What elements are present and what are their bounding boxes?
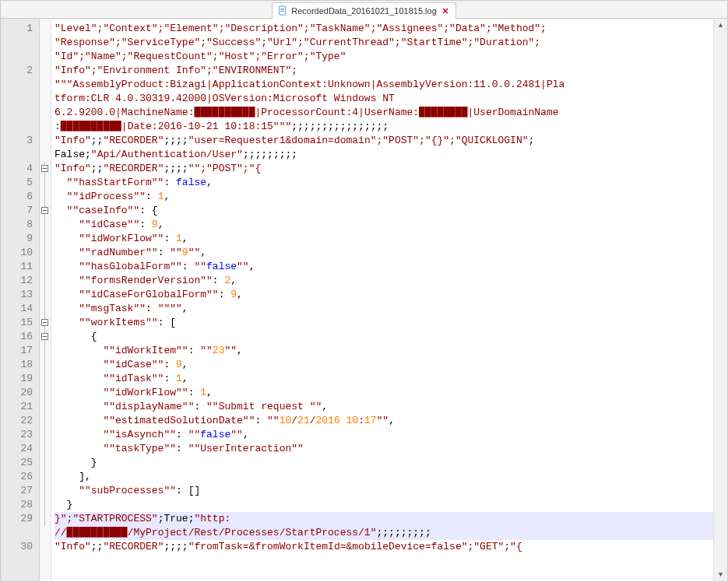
- line-number: 5: [1, 176, 39, 190]
- fold-guide: [40, 442, 51, 456]
- code-line[interactable]: 6.2.9200.0|MachineName:██████████|Proces…: [55, 106, 727, 120]
- code-line[interactable]: tform:CLR 4.0.30319.42000|OSVersion:Micr…: [55, 92, 727, 106]
- code-line[interactable]: ""hasStartForm"": false,: [55, 176, 727, 190]
- line-number-gutter: 1234567891011121314151617181920212223242…: [1, 19, 40, 581]
- code-line[interactable]: ""hasGlobalForm"": ""false"",: [55, 260, 727, 274]
- code-line[interactable]: ""caseInfo"": {: [55, 204, 727, 218]
- line-number: [1, 148, 39, 162]
- code-line[interactable]: //██████████/MyProject/Rest/Processes/St…: [55, 526, 727, 540]
- editor-body: 1234567891011121314151617181920212223242…: [1, 19, 727, 581]
- code-area[interactable]: "Level";"Context";"Element";"Description…: [51, 19, 727, 581]
- code-line[interactable]: """AssemblyProduct:Bizagi|ApplicationCon…: [55, 78, 727, 92]
- code-line[interactable]: ""idProcess"": 1,: [55, 190, 727, 204]
- line-number: 2: [1, 64, 39, 78]
- code-line[interactable]: :██████████|Date:2016-10-21 10:18:15""";…: [55, 120, 727, 134]
- line-number: 17: [1, 344, 39, 358]
- fold-gutter: [40, 19, 51, 581]
- line-number: 22: [1, 414, 39, 428]
- code-line[interactable]: }";"STARTPROCESS";True;"http:: [55, 512, 727, 526]
- fold-guide: [40, 386, 51, 400]
- code-line[interactable]: "Response";"ServiceType";"Success";"Url"…: [55, 36, 727, 50]
- code-line[interactable]: ""displayName"": ""Submit request "",: [55, 400, 727, 414]
- code-line[interactable]: ""idWorkFlow"": 1,: [55, 386, 727, 400]
- fold-guide: [40, 428, 51, 442]
- fold-toggle-icon[interactable]: [41, 319, 48, 326]
- line-number: 13: [1, 288, 39, 302]
- line-number: [1, 50, 39, 64]
- code-line[interactable]: ""estimatedSolutionDate"": ""10/21/2016 …: [55, 414, 727, 428]
- code-line[interactable]: "Info";;"RECORDER";;;;"";"POST";"{: [55, 162, 727, 176]
- code-line[interactable]: False;"Api/Authentication/User";;;;;;;;;: [55, 148, 727, 162]
- line-number: 29: [1, 512, 39, 526]
- line-number: [1, 106, 39, 120]
- code-line[interactable]: "Info";;"RECORDER";;;;"user=Requester1&d…: [55, 134, 727, 148]
- line-number: 24: [1, 442, 39, 456]
- fold-toggle-icon[interactable]: [41, 207, 48, 214]
- code-line[interactable]: ""radNumber"": ""9"",: [55, 246, 727, 260]
- fold-guide: [40, 288, 51, 302]
- line-number: [1, 36, 39, 50]
- fold-toggle-icon[interactable]: [41, 165, 48, 172]
- fold-toggle-icon[interactable]: [41, 333, 48, 340]
- line-number: 9: [1, 232, 39, 246]
- fold-guide: [40, 400, 51, 414]
- line-number: 7: [1, 204, 39, 218]
- line-number: 14: [1, 302, 39, 316]
- code-line[interactable]: ""idWorkFlow"": 1,: [55, 232, 727, 246]
- code-line[interactable]: ""idCase"": 9,: [55, 218, 727, 232]
- line-number: 27: [1, 484, 39, 498]
- code-line[interactable]: ""idCaseForGlobalForm"": 9,: [55, 288, 727, 302]
- fold-guide: [40, 456, 51, 470]
- line-number: [1, 120, 39, 134]
- code-line[interactable]: ""msgTask"": """",: [55, 302, 727, 316]
- line-number: 19: [1, 372, 39, 386]
- tab-bar: RecordedData_20161021_101815.log: [1, 1, 727, 19]
- code-line[interactable]: }: [55, 498, 727, 512]
- code-line[interactable]: ""isAsynch"": ""false"",: [55, 428, 727, 442]
- line-number: 8: [1, 218, 39, 232]
- fold-guide: [40, 344, 51, 358]
- code-line[interactable]: "Info";"Environment Info";"ENVIRONMENT";: [55, 64, 727, 78]
- code-line[interactable]: ""idTask"": 1,: [55, 372, 727, 386]
- code-line[interactable]: ""idCase"": 9,: [55, 358, 727, 372]
- code-line[interactable]: ""taskType"": ""UserInteraction"": [55, 442, 727, 456]
- fold-guide: [40, 218, 51, 232]
- line-number: 12: [1, 274, 39, 288]
- line-number: 25: [1, 456, 39, 470]
- code-line[interactable]: "Id";"Name";"RequestCount";"Host";"Error…: [55, 50, 727, 64]
- scroll-up-button[interactable]: ▲: [714, 19, 727, 32]
- code-line[interactable]: "Level";"Context";"Element";"Description…: [55, 22, 727, 36]
- code-line[interactable]: ""workItems"": [: [55, 316, 727, 330]
- line-number: 23: [1, 428, 39, 442]
- code-line[interactable]: ],: [55, 470, 727, 484]
- editor-window: RecordedData_20161021_101815.log 1234567…: [0, 0, 728, 582]
- code-line[interactable]: ""subProcesses"": []: [55, 484, 727, 498]
- fold-guide: [40, 302, 51, 316]
- close-icon[interactable]: [440, 5, 451, 16]
- vertical-scrollbar[interactable]: ▲ ▼: [713, 19, 727, 581]
- tab-label: RecordedData_20161021_101815.log: [291, 6, 437, 16]
- code-line[interactable]: {: [55, 330, 727, 344]
- line-number: 18: [1, 358, 39, 372]
- fold-guide: [40, 274, 51, 288]
- file-icon: [277, 5, 288, 16]
- line-number: [1, 92, 39, 106]
- fold-guide: [40, 414, 51, 428]
- code-line[interactable]: ""formsRenderVersion"": 2,: [55, 274, 727, 288]
- svg-rect-1: [281, 9, 284, 9]
- file-tab[interactable]: RecordedData_20161021_101815.log: [272, 2, 456, 19]
- line-number: 11: [1, 260, 39, 274]
- line-number: 6: [1, 190, 39, 204]
- code-line[interactable]: }: [55, 456, 727, 470]
- line-number: 1: [1, 22, 39, 36]
- line-number: 26: [1, 470, 39, 484]
- line-number: [1, 78, 39, 92]
- line-number: 30: [1, 540, 39, 554]
- line-number: 15: [1, 316, 39, 330]
- code-line[interactable]: ""idWorkItem"": ""23"",: [55, 344, 727, 358]
- scroll-down-button[interactable]: ▼: [714, 568, 727, 581]
- fold-guide: [40, 358, 51, 372]
- code-line[interactable]: "Info";;"RECORDER";;;;"fromTask=&fromWor…: [55, 540, 727, 554]
- fold-guide: [40, 176, 51, 190]
- line-number: 10: [1, 246, 39, 260]
